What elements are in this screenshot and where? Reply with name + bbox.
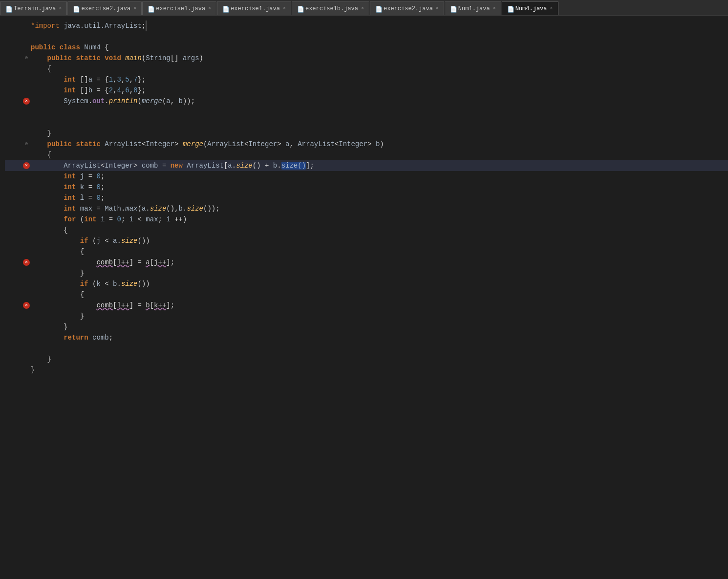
error-marker-23: ✕ — [23, 259, 30, 266]
code-line-2 — [5, 31, 728, 42]
code-line-30: return comb; — [5, 332, 728, 343]
file-icon: 📄 — [5, 6, 11, 12]
code-line-19: for (int i = 0; i < max; i ++) — [5, 214, 728, 225]
file-icon: 📄 — [375, 6, 381, 12]
code-line-20: { — [5, 225, 728, 236]
file-icon: 📄 — [148, 6, 153, 12]
tab-terrain[interactable]: 📄 Terrain.java × — [0, 1, 67, 15]
close-tab-exercise2a[interactable]: × — [133, 6, 136, 11]
code-line-16: int k = 0; — [5, 182, 728, 193]
tab-exercise2b[interactable]: 📄 exercise2.java × — [370, 1, 444, 15]
code-editor[interactable]: *import java.util.ArrayList; public clas… — [0, 16, 728, 579]
code-line-3: public class Num4 { — [5, 42, 728, 53]
close-tab-exercise1bfile[interactable]: × — [361, 6, 364, 11]
code-line-24: } — [5, 268, 728, 279]
code-line-29: } — [5, 322, 728, 332]
tab-num4[interactable]: 📄 Num4.java × — [502, 1, 558, 15]
code-line-1: *import java.util.ArrayList; — [5, 21, 728, 31]
code-line-11: } — [5, 128, 728, 139]
tab-exercise1bfile[interactable]: 📄 exercise1b.java × — [292, 1, 369, 15]
close-tab-exercise2b[interactable]: × — [436, 6, 439, 11]
code-line-8: ✕ System.out.println(merge(a, b)); — [5, 96, 728, 107]
file-icon: 📄 — [222, 6, 228, 12]
code-line-10 — [5, 117, 728, 128]
code-line-23: ✕ comb[l++] = a[j++]; — [5, 257, 728, 268]
tab-exercise2a[interactable]: 📄 exercise2.java × — [67, 1, 142, 15]
code-line-4: ⊖ public static void main(String[] args) — [5, 53, 728, 64]
close-tab-num4[interactable]: × — [550, 6, 553, 11]
code-line-28: } — [5, 311, 728, 322]
code-container: *import java.util.ArrayList; public clas… — [5, 21, 728, 375]
close-tab-terrain[interactable]: × — [59, 6, 62, 11]
code-lines: *import java.util.ArrayList; public clas… — [5, 21, 728, 375]
code-line-21: if (j < a.size()) — [5, 236, 728, 246]
error-marker-14: ✕ — [23, 162, 30, 169]
code-line-27: ✕ comb[l++] = b[k++]; — [5, 300, 728, 311]
close-tab-exercise1b[interactable]: × — [283, 6, 286, 11]
code-line-7: int []b = {2,4,6,8}; — [5, 85, 728, 96]
code-line-25: if (k < b.size()) — [5, 279, 728, 289]
code-line-15: int j = 0; — [5, 171, 728, 182]
code-line-18: int max = Math.max(a.size(),b.size()); — [5, 203, 728, 214]
tab-exercise1a[interactable]: 📄 exercise1.java × — [142, 1, 216, 15]
tab-bar: 📄 Terrain.java × 📄 exercise2.java × 📄 ex… — [0, 0, 728, 16]
tab-exercise1b[interactable]: 📄 exercise1.java × — [217, 1, 291, 15]
file-icon: 📄 — [73, 6, 79, 12]
file-icon: 📄 — [450, 6, 456, 12]
code-line-13: { — [5, 150, 728, 160]
collapse-icon[interactable]: ⊖ — [23, 55, 30, 62]
code-line-12: ⊖ public static ArrayList<Integer> merge… — [5, 139, 728, 150]
code-line-33: } — [5, 365, 728, 375]
close-tab-exercise1a[interactable]: × — [208, 6, 211, 11]
code-line-26: { — [5, 289, 728, 300]
collapse-icon-2[interactable]: ⊖ — [23, 141, 30, 148]
error-marker-8: ✕ — [23, 98, 30, 105]
close-tab-num1[interactable]: × — [493, 6, 496, 11]
code-line-5: { — [5, 64, 728, 74]
code-line-9 — [5, 107, 728, 117]
tab-num1[interactable]: 📄 Num1.java × — [445, 1, 501, 15]
file-icon: 📄 — [297, 6, 303, 12]
code-line-22: { — [5, 246, 728, 257]
code-line-32: } — [5, 354, 728, 365]
code-line-6: int []a = {1,3,5,7}; — [5, 74, 728, 85]
error-marker-27: ✕ — [23, 302, 30, 309]
code-line-31 — [5, 343, 728, 354]
code-line-14: ✕ ArrayList<Integer> comb = new ArrayLis… — [5, 160, 728, 171]
code-line-17: int l = 0; — [5, 193, 728, 203]
file-icon: 📄 — [507, 6, 513, 12]
